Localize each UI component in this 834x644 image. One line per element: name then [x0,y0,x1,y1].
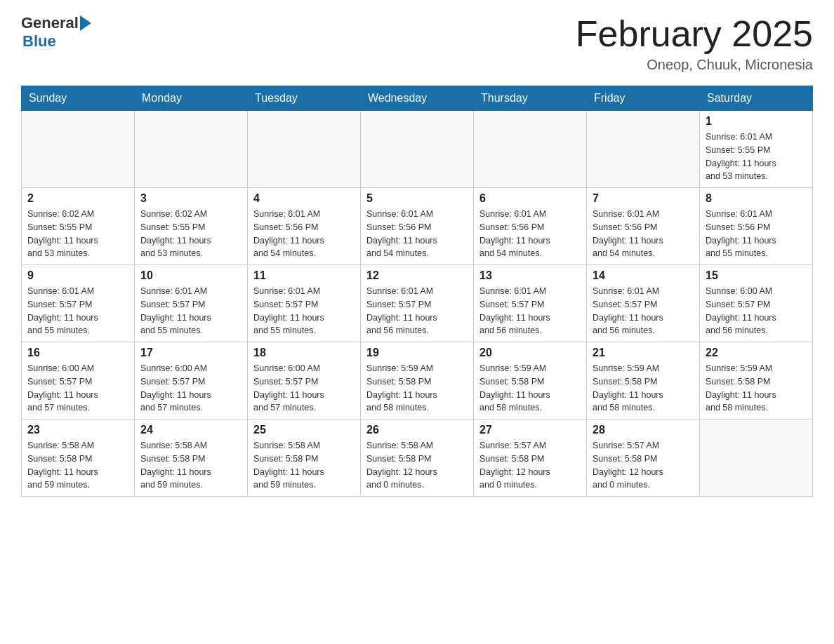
calendar-cell: 16Sunrise: 6:00 AM Sunset: 5:57 PM Dayli… [22,342,135,420]
month-title: February 2025 [576,14,813,54]
calendar-cell: 20Sunrise: 5:59 AM Sunset: 5:58 PM Dayli… [474,342,587,420]
calendar-cell: 11Sunrise: 6:01 AM Sunset: 5:57 PM Dayli… [248,265,361,342]
day-info: Sunrise: 6:01 AM Sunset: 5:56 PM Dayligh… [593,208,694,260]
day-info: Sunrise: 6:01 AM Sunset: 5:55 PM Dayligh… [706,130,807,183]
day-number: 24 [140,424,241,436]
calendar-cell: 17Sunrise: 6:00 AM Sunset: 5:57 PM Dayli… [135,342,248,420]
day-info: Sunrise: 5:58 AM Sunset: 5:58 PM Dayligh… [140,439,241,492]
location-subtitle: Oneop, Chuuk, Micronesia [576,57,813,73]
calendar-cell [248,111,361,188]
calendar-cell: 27Sunrise: 5:57 AM Sunset: 5:58 PM Dayli… [474,420,587,497]
day-number: 27 [479,424,581,436]
week-row-1: 2Sunrise: 6:02 AM Sunset: 5:55 PM Daylig… [22,188,813,265]
day-number: 7 [593,192,694,205]
weekday-header-saturday: Saturday [700,86,813,111]
calendar-cell: 22Sunrise: 5:59 AM Sunset: 5:58 PM Dayli… [700,342,813,420]
day-info: Sunrise: 6:00 AM Sunset: 5:57 PM Dayligh… [253,362,355,415]
day-number: 13 [479,269,581,282]
day-number: 19 [366,347,468,359]
weekday-header-thursday: Thursday [474,86,587,111]
logo-general-text: General [21,14,79,32]
day-info: Sunrise: 6:01 AM Sunset: 5:57 PM Dayligh… [479,285,581,337]
day-info: Sunrise: 5:58 AM Sunset: 5:58 PM Dayligh… [27,439,128,492]
calendar-cell: 18Sunrise: 6:00 AM Sunset: 5:57 PM Dayli… [248,342,361,420]
calendar-cell: 3Sunrise: 6:02 AM Sunset: 5:55 PM Daylig… [135,188,248,265]
calendar-cell: 13Sunrise: 6:01 AM Sunset: 5:57 PM Dayli… [474,265,587,342]
calendar-cell [474,111,587,188]
calendar-cell: 25Sunrise: 5:58 AM Sunset: 5:58 PM Dayli… [248,420,361,497]
day-number: 26 [366,424,468,436]
calendar-cell: 8Sunrise: 6:01 AM Sunset: 5:56 PM Daylig… [700,188,813,265]
calendar-cell: 2Sunrise: 6:02 AM Sunset: 5:55 PM Daylig… [22,188,135,265]
day-number: 3 [140,192,241,205]
day-info: Sunrise: 6:01 AM Sunset: 5:56 PM Dayligh… [479,208,581,260]
day-number: 21 [593,347,694,359]
day-number: 28 [593,424,694,436]
calendar-cell: 6Sunrise: 6:01 AM Sunset: 5:56 PM Daylig… [474,188,587,265]
weekday-header-sunday: Sunday [22,86,135,111]
calendar-cell: 26Sunrise: 5:58 AM Sunset: 5:58 PM Dayli… [361,420,474,497]
calendar-cell: 15Sunrise: 6:00 AM Sunset: 5:57 PM Dayli… [700,265,813,342]
calendar-cell: 23Sunrise: 5:58 AM Sunset: 5:58 PM Dayli… [22,420,135,497]
calendar-cell: 1Sunrise: 6:01 AM Sunset: 5:55 PM Daylig… [700,111,813,188]
day-number: 5 [366,192,468,205]
logo-arrow-icon [80,15,91,31]
day-info: Sunrise: 5:57 AM Sunset: 5:58 PM Dayligh… [593,439,694,492]
week-row-0: 1Sunrise: 6:01 AM Sunset: 5:55 PM Daylig… [22,111,813,188]
day-number: 9 [27,269,128,282]
day-number: 6 [479,192,581,205]
day-info: Sunrise: 6:00 AM Sunset: 5:57 PM Dayligh… [140,362,241,415]
calendar-cell: 19Sunrise: 5:59 AM Sunset: 5:58 PM Dayli… [361,342,474,420]
day-number: 22 [706,347,807,359]
logo-blue-text: Blue [22,32,56,51]
day-info: Sunrise: 5:58 AM Sunset: 5:58 PM Dayligh… [366,439,468,492]
day-number: 14 [593,269,694,282]
day-info: Sunrise: 6:00 AM Sunset: 5:57 PM Dayligh… [706,285,807,337]
calendar-cell: 14Sunrise: 6:01 AM Sunset: 5:57 PM Dayli… [587,265,700,342]
day-info: Sunrise: 6:01 AM Sunset: 5:56 PM Dayligh… [706,208,807,260]
day-number: 23 [27,424,128,436]
day-info: Sunrise: 6:01 AM Sunset: 5:57 PM Dayligh… [593,285,694,337]
week-row-3: 16Sunrise: 6:00 AM Sunset: 5:57 PM Dayli… [22,342,813,420]
calendar-table: SundayMondayTuesdayWednesdayThursdayFrid… [21,86,813,497]
day-info: Sunrise: 6:01 AM Sunset: 5:57 PM Dayligh… [253,285,355,337]
calendar-cell [22,111,135,188]
day-info: Sunrise: 6:01 AM Sunset: 5:57 PM Dayligh… [140,285,241,337]
day-number: 18 [253,347,355,359]
calendar-cell [361,111,474,188]
day-info: Sunrise: 6:01 AM Sunset: 5:56 PM Dayligh… [366,208,468,260]
calendar-cell: 7Sunrise: 6:01 AM Sunset: 5:56 PM Daylig… [587,188,700,265]
calendar-cell: 21Sunrise: 5:59 AM Sunset: 5:58 PM Dayli… [587,342,700,420]
title-section: February 2025 Oneop, Chuuk, Micronesia [576,14,813,73]
calendar-cell [587,111,700,188]
day-info: Sunrise: 6:01 AM Sunset: 5:57 PM Dayligh… [27,285,128,337]
day-number: 20 [479,347,581,359]
weekday-header-tuesday: Tuesday [248,86,361,111]
day-number: 17 [140,347,241,359]
calendar-cell: 9Sunrise: 6:01 AM Sunset: 5:57 PM Daylig… [22,265,135,342]
day-info: Sunrise: 5:58 AM Sunset: 5:58 PM Dayligh… [253,439,355,492]
calendar-cell: 24Sunrise: 5:58 AM Sunset: 5:58 PM Dayli… [135,420,248,497]
day-number: 2 [27,192,128,205]
day-info: Sunrise: 6:01 AM Sunset: 5:57 PM Dayligh… [366,285,468,337]
calendar-cell: 4Sunrise: 6:01 AM Sunset: 5:56 PM Daylig… [248,188,361,265]
day-number: 4 [253,192,355,205]
day-info: Sunrise: 6:02 AM Sunset: 5:55 PM Dayligh… [140,208,241,260]
day-info: Sunrise: 6:00 AM Sunset: 5:57 PM Dayligh… [27,362,128,415]
day-info: Sunrise: 6:02 AM Sunset: 5:55 PM Dayligh… [27,208,128,260]
day-number: 8 [706,192,807,205]
page-header: General Blue February 2025 Oneop, Chuuk,… [21,14,813,73]
logo: General Blue [21,14,91,51]
day-info: Sunrise: 6:01 AM Sunset: 5:56 PM Dayligh… [253,208,355,260]
calendar-cell [135,111,248,188]
weekday-header-friday: Friday [587,86,700,111]
calendar-cell [700,420,813,497]
day-number: 15 [706,269,807,282]
weekday-header-wednesday: Wednesday [361,86,474,111]
day-info: Sunrise: 5:57 AM Sunset: 5:58 PM Dayligh… [479,439,581,492]
calendar-cell: 28Sunrise: 5:57 AM Sunset: 5:58 PM Dayli… [587,420,700,497]
week-row-4: 23Sunrise: 5:58 AM Sunset: 5:58 PM Dayli… [22,420,813,497]
day-info: Sunrise: 5:59 AM Sunset: 5:58 PM Dayligh… [706,362,807,415]
calendar-cell: 10Sunrise: 6:01 AM Sunset: 5:57 PM Dayli… [135,265,248,342]
week-row-2: 9Sunrise: 6:01 AM Sunset: 5:57 PM Daylig… [22,265,813,342]
